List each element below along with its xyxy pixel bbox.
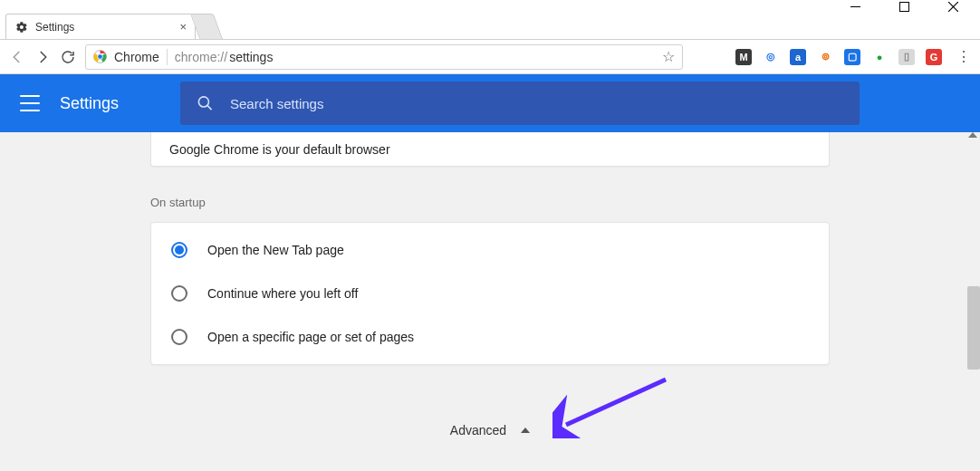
svg-point-7 xyxy=(198,97,208,107)
close-icon xyxy=(948,2,958,12)
advanced-label: Advanced xyxy=(450,423,506,437)
address-bar[interactable]: Chrome chrome://settings ☆ xyxy=(85,44,683,70)
on-startup-label: On startup xyxy=(150,196,980,209)
minimize-icon xyxy=(850,2,860,12)
browser-menu-button[interactable]: ⋮ xyxy=(956,48,971,65)
m-ext[interactable]: M xyxy=(735,49,752,65)
settings-header: Settings xyxy=(0,74,980,132)
circle-blue-ext[interactable]: ◎ xyxy=(763,49,779,65)
startup-option-1[interactable]: Continue where you left off xyxy=(151,272,829,315)
startup-option-label: Open the New Tab page xyxy=(207,243,344,257)
red-g-ext[interactable]: G xyxy=(926,49,942,65)
url-path: settings xyxy=(229,50,273,64)
window-minimize-button[interactable] xyxy=(842,0,868,13)
tab-settings[interactable]: Settings × xyxy=(5,14,196,39)
on-startup-card: Open the New Tab pageContinue where you … xyxy=(150,222,830,365)
window-titlebar xyxy=(0,0,980,13)
page-title: Settings xyxy=(60,94,119,113)
chrome-logo-icon xyxy=(93,50,107,63)
reload-icon xyxy=(60,49,76,65)
startup-option-label: Open a specific page or set of pages xyxy=(207,330,414,344)
menu-button[interactable] xyxy=(20,95,40,111)
svg-point-6 xyxy=(98,54,103,60)
scrollbar-thumb[interactable] xyxy=(967,286,980,370)
radio-button[interactable] xyxy=(171,242,187,258)
annotation-arrow xyxy=(552,375,679,438)
green-dot-ext[interactable]: ● xyxy=(871,49,888,65)
maximize-icon xyxy=(899,2,909,12)
advanced-toggle[interactable]: Advanced xyxy=(0,423,980,437)
search-icon xyxy=(197,94,214,112)
search-settings-wrap xyxy=(180,82,860,125)
omnibox-divider xyxy=(167,49,168,65)
startup-option-2[interactable]: Open a specific page or set of pages xyxy=(151,315,829,359)
settings-content: Google Chrome is your default browser On… xyxy=(0,132,980,471)
search-settings-input[interactable] xyxy=(230,96,843,111)
svg-line-8 xyxy=(207,105,212,110)
tab-close-button[interactable]: × xyxy=(179,20,187,34)
caret-up-icon xyxy=(521,428,530,433)
box-blue-ext[interactable]: ▢ xyxy=(844,49,860,65)
radio-button[interactable] xyxy=(171,285,187,302)
startup-option-0[interactable]: Open the New Tab page xyxy=(151,228,829,272)
bookmark-star-button[interactable]: ☆ xyxy=(662,48,675,65)
window-maximize-button[interactable] xyxy=(891,0,917,13)
circle-h-ext[interactable]: ⊚ xyxy=(817,49,833,65)
browser-toolbar: Chrome chrome://settings ☆ M◎a⊚▢●▯G ⋮ xyxy=(0,40,980,74)
extension-icons: M◎a⊚▢●▯G xyxy=(735,49,942,65)
gear-icon xyxy=(15,21,28,34)
default-browser-text: Google Chrome is your default browser xyxy=(169,142,390,157)
doc-ext[interactable]: ▯ xyxy=(898,49,915,65)
arrow-left-icon xyxy=(9,49,25,65)
startup-option-label: Continue where you left off xyxy=(207,286,358,301)
scroll-up-indicator[interactable] xyxy=(968,132,977,138)
circle-a-ext[interactable]: a xyxy=(790,49,806,65)
svg-line-9 xyxy=(566,380,666,425)
url-scheme: chrome:// xyxy=(175,50,227,64)
arrow-right-icon xyxy=(34,49,51,65)
default-browser-card: Google Chrome is your default browser xyxy=(150,132,830,167)
svg-rect-1 xyxy=(899,2,908,11)
secure-label: Chrome xyxy=(114,50,159,64)
tab-strip: Settings × xyxy=(0,13,980,40)
window-close-button[interactable] xyxy=(940,0,966,13)
reload-button[interactable] xyxy=(60,49,76,65)
forward-button[interactable] xyxy=(34,49,51,65)
tab-title: Settings xyxy=(35,21,74,34)
radio-button[interactable] xyxy=(171,329,187,345)
back-button[interactable] xyxy=(9,49,25,65)
